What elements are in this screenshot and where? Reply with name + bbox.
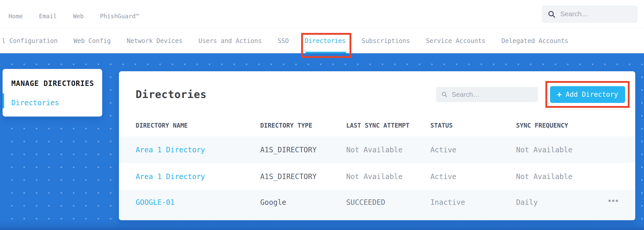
ellipsis-icon[interactable] — [608, 198, 619, 204]
column-header-directory-name: DIRECTORY NAME — [136, 122, 260, 129]
directory-name-link[interactable]: GOOGLE-01 — [136, 198, 260, 207]
tab-delegated-accounts[interactable]: Delegated Accounts — [501, 37, 568, 45]
sync-frequency-value: Not Available — [516, 146, 596, 154]
directory-name-link[interactable]: Area 1 Directory — [136, 146, 260, 154]
column-header-status: STATUS — [430, 122, 516, 129]
directories-search-box[interactable] — [436, 87, 538, 102]
nav-item-phishguard[interactable]: PhishGuard™ — [100, 13, 139, 20]
nav-item-email[interactable]: Email — [39, 13, 57, 20]
global-search-input[interactable] — [560, 10, 632, 18]
sidebar-heading: MANAGE DIRECTORIES — [11, 79, 102, 88]
sidebar-item-directories[interactable]: Directories — [11, 99, 102, 107]
table-header-row: DIRECTORY NAME DIRECTORY TYPE LAST SYNC … — [119, 108, 635, 136]
status-value: Active — [430, 146, 516, 154]
sync-frequency-value: Daily — [516, 198, 596, 207]
add-directory-label: Add Directory — [566, 91, 618, 98]
add-directory-button[interactable]: + Add Directory — [550, 86, 625, 103]
panel-header: Directories + Add Directory — [119, 81, 635, 108]
last-sync-value: Not Available — [346, 146, 430, 154]
directories-panel: Directories + Add Directory — [119, 71, 635, 220]
section-tab-bar: l Configuration Web Config Network Devic… — [0, 28, 644, 53]
tab-sso[interactable]: SSO — [278, 37, 289, 45]
sidebar-active-indicator — [3, 93, 4, 108]
tab-links: l Configuration Web Config Network Devic… — [2, 37, 568, 45]
directories-search-input[interactable] — [452, 91, 533, 99]
plus-icon: + — [557, 91, 562, 98]
nav-item-web[interactable]: Web — [73, 13, 84, 20]
last-sync-value: Not Available — [346, 172, 430, 181]
top-nav-bar: Home Email Web PhishGuard™ — [0, 0, 644, 28]
directory-type-value: A1S_DIRECTORY — [260, 172, 346, 181]
tab-email-configuration[interactable]: l Configuration — [2, 37, 58, 45]
table-row: GOOGLE-01 Google SUCCEEDED Inactive Dail… — [119, 190, 635, 220]
table-row: Area 1 Directory A1S_DIRECTORY Not Avail… — [119, 136, 635, 163]
tab-users-and-actions[interactable]: Users and Actions — [198, 37, 262, 45]
column-header-directory-type: DIRECTORY TYPE — [260, 122, 346, 129]
directory-type-value: A1S_DIRECTORY — [260, 146, 346, 154]
nav-item-home[interactable]: Home — [8, 13, 23, 20]
search-icon — [547, 10, 556, 18]
tab-network-devices[interactable]: Network Devices — [127, 37, 182, 45]
directory-type-value: Google — [260, 198, 346, 207]
manage-directories-card: MANAGE DIRECTORIES Directories — [3, 69, 102, 117]
status-value: Active — [430, 172, 516, 181]
table-row: Area 1 Directory A1S_DIRECTORY Not Avail… — [119, 163, 635, 190]
top-nav-links: Home Email Web PhishGuard™ — [8, 13, 139, 20]
workspace-background: MANAGE DIRECTORIES Directories Directori… — [0, 53, 644, 230]
global-search-box[interactable] — [542, 5, 638, 23]
tab-service-accounts[interactable]: Service Accounts — [426, 37, 485, 45]
annotation-box-add-directory: + Add Directory — [545, 81, 630, 108]
column-header-last-sync-attempt: LAST SYNC ATTEMPT — [346, 122, 430, 129]
panel-header-actions: + Add Directory — [436, 81, 630, 108]
column-header-sync-frequency: SYNC FREQUENCY — [516, 122, 596, 129]
search-icon — [441, 91, 448, 98]
sync-frequency-value: Not Available — [516, 172, 596, 181]
tab-web-config[interactable]: Web Config — [74, 37, 111, 45]
last-sync-value: SUCCEEDED — [346, 198, 430, 207]
active-tab-underline — [306, 52, 346, 53]
tab-directories[interactable]: Directories — [305, 37, 346, 45]
tab-subscriptions[interactable]: Subscriptions — [362, 37, 410, 45]
directory-name-link[interactable]: Area 1 Directory — [136, 172, 260, 181]
page-title: Directories — [136, 89, 207, 100]
status-value: Inactive — [430, 198, 516, 207]
